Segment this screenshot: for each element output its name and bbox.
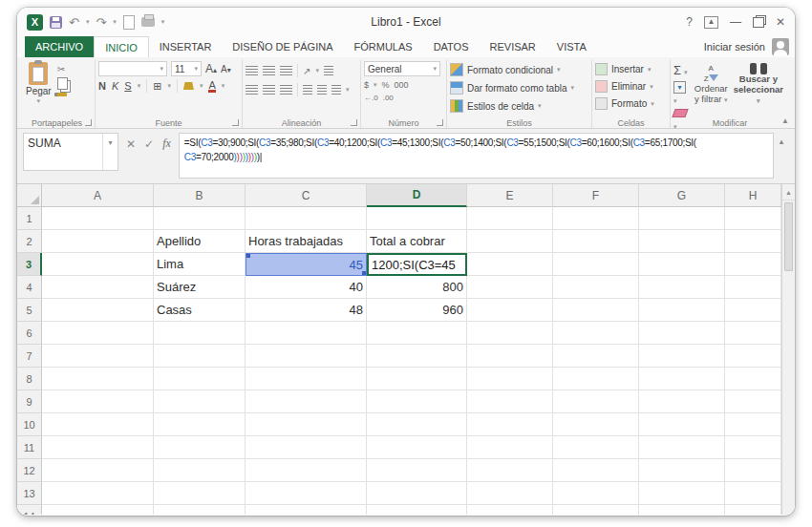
row-header-9[interactable]: 9 [17,390,42,413]
cell-G13[interactable] [639,482,725,505]
cell-H12[interactable] [725,459,781,482]
cell-D3[interactable]: 1200;SI(C3=45 [367,253,467,276]
close-icon[interactable]: ✕ [776,15,785,29]
fill-icon[interactable]: ▾ ▾ [673,80,688,105]
cell-B1[interactable] [154,207,246,230]
row-header-14[interactable]: 14 [17,505,42,515]
name-box[interactable]: SUMA ▾ [23,133,118,171]
cell-E8[interactable] [467,368,553,390]
cell-H9[interactable] [725,390,781,413]
align-right-icon[interactable] [280,85,292,95]
row-header-11[interactable]: 11 [17,436,42,459]
column-header-H[interactable]: H [725,184,781,207]
orientation-icon[interactable]: ↗ [303,66,310,76]
cell-B4[interactable]: Suárez [154,276,246,299]
cell-F13[interactable] [553,482,639,505]
decrease-decimal-icon[interactable]: .00 [383,94,394,102]
name-box-dropdown-icon[interactable]: ▾ [102,134,118,170]
cell-B14[interactable] [154,505,246,515]
underline-button[interactable]: S [124,80,131,92]
cell-F3[interactable] [553,253,639,276]
vertical-scrollbar[interactable]: ▲ [781,184,795,515]
number-format-dropdown-icon[interactable]: ▾ [433,65,437,73]
customize-qat-icon[interactable]: ▾ [161,18,165,26]
column-header-A[interactable]: A [42,184,154,207]
cell-A9[interactable] [42,390,154,413]
column-header-B[interactable]: B [154,184,246,207]
cell-D8[interactable] [367,368,467,390]
cell-H4[interactable] [725,276,781,299]
cell-E5[interactable] [467,299,553,322]
cell-H14[interactable] [725,505,781,515]
cell-A7[interactable] [42,345,154,368]
tab-insertar[interactable]: INSERTAR [149,36,223,57]
borders-dropdown-icon[interactable]: ▾ [167,82,171,90]
accounting-format-icon[interactable]: $ [364,80,369,90]
cell-B5[interactable]: Casas [154,299,246,322]
insert-dropdown-icon[interactable]: ▾ [648,66,652,74]
row-header-7[interactable]: 7 [17,345,42,368]
cell-B10[interactable] [154,413,246,436]
cell-A3[interactable] [42,253,154,276]
cell-B8[interactable] [154,368,246,390]
orientation-dropdown-icon[interactable]: ▾ [315,67,319,74]
grow-font-icon[interactable]: A▴ [205,62,217,75]
scrollbar-thumb[interactable] [784,202,793,271]
cancel-entry-icon[interactable]: ✕ [126,137,136,151]
shrink-font-icon[interactable]: A▾ [221,64,231,74]
cell-D2[interactable]: Total a cobrar [367,230,467,253]
underline-dropdown-icon[interactable]: ▾ [138,82,141,90]
cell-E4[interactable] [467,276,553,299]
cell-F9[interactable] [553,390,639,413]
row-header-8[interactable]: 8 [17,368,42,390]
copy-icon[interactable] [57,77,68,90]
cell-A8[interactable] [42,368,154,390]
new-document-icon[interactable] [123,15,135,30]
font-size-select[interactable]: 11 ▾ [171,61,202,76]
sign-in-area[interactable]: Iniciar sesión [704,36,795,57]
cell-A4[interactable] [42,276,154,299]
cell-styles-dropdown-icon[interactable]: ▾ [538,102,542,110]
cell-G7[interactable] [639,345,725,368]
row-header-10[interactable]: 10 [17,413,42,436]
cell-F12[interactable] [553,459,639,482]
restore-icon[interactable] [753,17,764,28]
format-cells-button[interactable]: Formato ▾ [595,97,667,110]
fill-color-dropdown-icon[interactable]: ▾ [200,82,203,90]
cell-E1[interactable] [467,207,553,230]
cell-G3[interactable] [639,253,725,276]
cell-B13[interactable] [154,482,246,505]
redo-dropdown-icon[interactable]: ▾ [113,18,117,26]
cell-H2[interactable] [725,230,781,253]
cell-G1[interactable] [639,207,725,230]
cell-B12[interactable] [154,459,246,482]
column-header-E[interactable]: E [467,184,553,207]
accounting-dropdown-icon[interactable]: ▾ [374,81,377,89]
tab-revisar[interactable]: REVISAR [480,36,546,57]
row-header-1[interactable]: 1 [17,207,42,230]
cell-D13[interactable] [367,482,467,505]
cell-H10[interactable] [725,413,781,436]
cell-D5[interactable]: 960 [367,299,467,322]
autosum-icon[interactable]: Σ ▾ [673,63,688,77]
bold-button[interactable]: N [98,80,106,92]
cell-B7[interactable] [154,345,246,368]
merge-center-dropdown-icon[interactable]: ▾ [346,86,350,94]
paste-dropdown-icon[interactable]: ▾ [37,97,41,105]
paste-button[interactable]: Pegar ▾ [22,61,55,106]
increase-decimal-icon[interactable]: ←.0 [364,94,378,102]
row-header-13[interactable]: 13 [17,482,42,505]
cell-H6[interactable] [725,322,781,345]
increase-indent-icon[interactable] [317,85,327,95]
tab-archivo[interactable]: ARCHIVO [25,36,94,57]
font-color-dropdown-icon[interactable]: ▾ [222,82,225,90]
cell-F10[interactable] [553,413,639,436]
cell-C4[interactable]: 40 [246,276,367,299]
cell-F2[interactable] [553,230,639,253]
font-size-dropdown-icon[interactable]: ▾ [194,65,198,73]
cell-C5[interactable]: 48 [246,299,367,322]
tab-formulas[interactable]: FÓRMULAS [344,36,423,57]
cell-C9[interactable] [246,390,367,413]
tab-datos[interactable]: DATOS [423,36,480,57]
tab-inicio[interactable]: INICIO [94,36,149,57]
